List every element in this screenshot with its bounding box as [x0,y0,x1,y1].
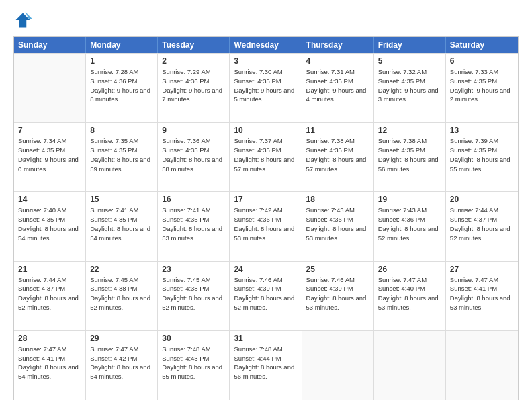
day-cell-5: 5Sunrise: 7:32 AMSunset: 4:35 PMDaylight… [374,54,446,122]
day-cell-28: 28Sunrise: 7:47 AMSunset: 4:41 PMDayligh… [14,331,86,400]
header-day-friday: Friday [374,37,446,53]
day-info: Sunrise: 7:38 AMSunset: 4:35 PMDaylight:… [306,136,369,173]
logo [13,11,35,30]
day-number: 19 [378,195,441,204]
day-info: Sunrise: 7:35 AMSunset: 4:35 PMDaylight:… [90,136,153,173]
day-number: 13 [450,126,514,135]
day-info: Sunrise: 7:46 AMSunset: 4:39 PMDaylight:… [306,275,369,312]
day-cell-7: 7Sunrise: 7:34 AMSunset: 4:35 PMDaylight… [14,123,86,191]
day-info: Sunrise: 7:28 AMSunset: 4:36 PMDaylight:… [90,67,153,104]
day-cell-21: 21Sunrise: 7:44 AMSunset: 4:37 PMDayligh… [14,262,86,330]
logo-icon [13,11,32,30]
day-cell-24: 24Sunrise: 7:46 AMSunset: 4:39 PMDayligh… [230,262,302,330]
day-cell-19: 19Sunrise: 7:43 AMSunset: 4:36 PMDayligh… [374,192,446,261]
day-cell-18: 18Sunrise: 7:43 AMSunset: 4:36 PMDayligh… [302,192,374,261]
day-info: Sunrise: 7:47 AMSunset: 4:41 PMDaylight:… [18,345,81,381]
day-cell-22: 22Sunrise: 7:45 AMSunset: 4:38 PMDayligh… [86,262,158,330]
day-cell-23: 23Sunrise: 7:45 AMSunset: 4:38 PMDayligh… [158,262,230,330]
header-day-monday: Monday [86,37,158,53]
empty-cell-4-4 [302,331,374,400]
empty-cell-4-6 [446,331,518,400]
day-number: 2 [162,56,225,66]
day-info: Sunrise: 7:39 AMSunset: 4:35 PMDaylight:… [450,136,514,173]
day-cell-4: 4Sunrise: 7:31 AMSunset: 4:35 PMDaylight… [302,54,374,122]
day-number: 11 [306,126,369,135]
day-cell-10: 10Sunrise: 7:37 AMSunset: 4:35 PMDayligh… [230,123,302,191]
header-day-tuesday: Tuesday [158,37,230,53]
day-cell-1: 1Sunrise: 7:28 AMSunset: 4:36 PMDaylight… [86,54,158,122]
day-number: 15 [90,195,153,204]
calendar: SundayMondayTuesdayWednesdayThursdayFrid… [13,36,519,400]
day-cell-29: 29Sunrise: 7:47 AMSunset: 4:42 PMDayligh… [86,331,158,400]
day-number: 30 [162,334,225,343]
day-info: Sunrise: 7:41 AMSunset: 4:35 PMDaylight:… [162,205,225,242]
day-number: 9 [162,126,225,135]
day-info: Sunrise: 7:45 AMSunset: 4:38 PMDaylight:… [90,275,153,312]
day-number: 17 [234,195,297,204]
day-number: 18 [306,195,369,204]
day-number: 31 [234,334,297,343]
day-number: 24 [234,265,297,274]
day-number: 20 [450,195,514,204]
header-day-saturday: Saturday [446,37,518,53]
calendar-body: 1Sunrise: 7:28 AMSunset: 4:36 PMDaylight… [14,53,518,400]
header-day-sunday: Sunday [14,37,86,53]
day-cell-8: 8Sunrise: 7:35 AMSunset: 4:35 PMDaylight… [86,123,158,191]
day-info: Sunrise: 7:44 AMSunset: 4:37 PMDaylight:… [18,275,81,312]
day-info: Sunrise: 7:31 AMSunset: 4:35 PMDaylight:… [306,67,369,104]
calendar-row-1: 7Sunrise: 7:34 AMSunset: 4:35 PMDaylight… [14,122,518,191]
day-info: Sunrise: 7:41 AMSunset: 4:35 PMDaylight:… [90,205,153,242]
calendar-row-4: 28Sunrise: 7:47 AMSunset: 4:41 PMDayligh… [14,330,518,400]
day-number: 27 [450,265,514,274]
day-cell-14: 14Sunrise: 7:40 AMSunset: 4:35 PMDayligh… [14,192,86,261]
day-number: 3 [234,56,297,66]
day-number: 16 [162,195,225,204]
day-info: Sunrise: 7:46 AMSunset: 4:39 PMDaylight:… [234,275,297,312]
day-cell-3: 3Sunrise: 7:30 AMSunset: 4:35 PMDaylight… [230,54,302,122]
day-info: Sunrise: 7:48 AMSunset: 4:44 PMDaylight:… [234,345,297,381]
day-info: Sunrise: 7:32 AMSunset: 4:35 PMDaylight:… [378,67,441,104]
day-info: Sunrise: 7:43 AMSunset: 4:36 PMDaylight:… [306,205,369,242]
header-day-thursday: Thursday [302,37,374,53]
day-cell-31: 31Sunrise: 7:48 AMSunset: 4:44 PMDayligh… [230,331,302,400]
day-cell-17: 17Sunrise: 7:42 AMSunset: 4:36 PMDayligh… [230,192,302,261]
day-number: 23 [162,265,225,274]
day-info: Sunrise: 7:34 AMSunset: 4:35 PMDaylight:… [18,136,81,173]
day-info: Sunrise: 7:36 AMSunset: 4:35 PMDaylight:… [162,136,225,173]
empty-cell-0-0 [14,54,86,122]
day-info: Sunrise: 7:42 AMSunset: 4:36 PMDaylight:… [234,205,297,242]
day-cell-9: 9Sunrise: 7:36 AMSunset: 4:35 PMDaylight… [158,123,230,191]
day-cell-25: 25Sunrise: 7:46 AMSunset: 4:39 PMDayligh… [302,262,374,330]
header [13,11,519,30]
day-number: 1 [90,56,153,66]
day-number: 12 [378,126,441,135]
day-info: Sunrise: 7:37 AMSunset: 4:35 PMDaylight:… [234,136,297,173]
day-number: 14 [18,195,81,204]
day-cell-13: 13Sunrise: 7:39 AMSunset: 4:35 PMDayligh… [446,123,518,191]
day-cell-15: 15Sunrise: 7:41 AMSunset: 4:35 PMDayligh… [86,192,158,261]
day-number: 29 [90,334,153,343]
day-number: 25 [306,265,369,274]
day-info: Sunrise: 7:47 AMSunset: 4:41 PMDaylight:… [450,275,514,312]
day-number: 8 [90,126,153,135]
day-number: 10 [234,126,297,135]
day-cell-30: 30Sunrise: 7:48 AMSunset: 4:43 PMDayligh… [158,331,230,400]
day-cell-26: 26Sunrise: 7:47 AMSunset: 4:40 PMDayligh… [374,262,446,330]
day-cell-27: 27Sunrise: 7:47 AMSunset: 4:41 PMDayligh… [446,262,518,330]
day-cell-20: 20Sunrise: 7:44 AMSunset: 4:37 PMDayligh… [446,192,518,261]
day-cell-2: 2Sunrise: 7:29 AMSunset: 4:36 PMDaylight… [158,54,230,122]
day-number: 22 [90,265,153,274]
day-info: Sunrise: 7:43 AMSunset: 4:36 PMDaylight:… [378,205,441,242]
calendar-row-0: 1Sunrise: 7:28 AMSunset: 4:36 PMDaylight… [14,53,518,122]
day-number: 6 [450,56,514,66]
day-info: Sunrise: 7:38 AMSunset: 4:35 PMDaylight:… [378,136,441,173]
day-info: Sunrise: 7:29 AMSunset: 4:36 PMDaylight:… [162,67,225,104]
day-number: 28 [18,334,81,343]
day-info: Sunrise: 7:48 AMSunset: 4:43 PMDaylight:… [162,345,225,381]
day-number: 7 [18,126,81,135]
day-cell-11: 11Sunrise: 7:38 AMSunset: 4:35 PMDayligh… [302,123,374,191]
calendar-row-2: 14Sunrise: 7:40 AMSunset: 4:35 PMDayligh… [14,191,518,261]
day-info: Sunrise: 7:45 AMSunset: 4:38 PMDaylight:… [162,275,225,312]
header-day-wednesday: Wednesday [230,37,302,53]
day-info: Sunrise: 7:30 AMSunset: 4:35 PMDaylight:… [234,67,297,104]
